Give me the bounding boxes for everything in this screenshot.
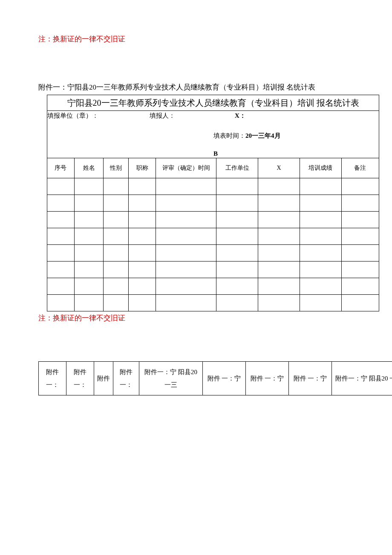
col-seq: 序号 bbox=[47, 158, 75, 178]
bottom-cell-8: 附件 一：宁 bbox=[289, 362, 332, 395]
col-remark: 备注 bbox=[341, 158, 379, 178]
bottom-cell-2: 附件一： bbox=[66, 362, 94, 395]
bottom-clipped-table: 附件一： 附件一： 附件 附件一： 附件一：宁 阳县20 一三 附件 一：宁 附… bbox=[38, 361, 392, 395]
filler-label: 填报人： bbox=[150, 112, 235, 120]
table-row bbox=[47, 295, 379, 311]
table-row bbox=[47, 195, 379, 212]
attachment-title: 附件一：宁阳县20一三年教师系列专业技术人员继续教育（专业科目）培训报 名统计表 bbox=[38, 82, 354, 92]
bottom-cell-1: 附件一： bbox=[39, 362, 66, 395]
filling-time-label: 填表时间： bbox=[213, 132, 245, 139]
header-row: 序号 姓名 性别 职称 评审（确定）时间 工作单位 X 培训成绩 备注 bbox=[47, 158, 379, 178]
note-bottom: 注：换新证的一律不交旧证 bbox=[38, 313, 354, 323]
col-name: 姓名 bbox=[74, 158, 104, 178]
bottom-cell-6: 附件 一：宁 bbox=[203, 362, 246, 395]
col-gender: 性别 bbox=[104, 158, 129, 178]
table-title-cell: 宁阳县20一三年教师系列专业技术人员继续教育（专业科目）培训 报名统计表 bbox=[47, 95, 379, 111]
col-review-time: 评审（确定）时间 bbox=[156, 158, 216, 178]
bottom-cell-3: 附件 bbox=[94, 362, 113, 395]
info-line-2: 填表时间：20一三年4月 bbox=[47, 132, 379, 140]
col-x: X bbox=[258, 158, 300, 178]
bottom-row: 附件一： 附件一： 附件 附件一： 附件一：宁 阳县20 一三 附件 一：宁 附… bbox=[39, 362, 392, 395]
table-row bbox=[47, 245, 379, 262]
bottom-cell-5: 附件一：宁 阳县20 一三 bbox=[139, 362, 203, 395]
info-cell: 填报单位（章）： 填报人： X： 填表时间：20一三年4月 B bbox=[47, 111, 379, 158]
note-top: 注：换新证的一律不交旧证 bbox=[38, 34, 354, 44]
info-line-1: 填报单位（章）： 填报人： X： bbox=[47, 112, 379, 120]
bottom-cell-7: 附件 一：宁 bbox=[246, 362, 289, 395]
table-row bbox=[47, 212, 379, 228]
table-row bbox=[47, 278, 379, 295]
table-row bbox=[47, 228, 379, 245]
table-row bbox=[47, 262, 379, 278]
info-line-3: B bbox=[47, 150, 379, 157]
bottom-cell-9: 附件一：宁 阳县20 一 bbox=[332, 362, 392, 395]
bottom-cell-4: 附件一： bbox=[113, 362, 139, 395]
filling-time-value: 20一三年4月 bbox=[245, 132, 281, 139]
x-label: X： bbox=[235, 112, 246, 120]
col-title: 职称 bbox=[129, 158, 156, 178]
col-score: 培训成绩 bbox=[300, 158, 341, 178]
main-form-table: 宁阳县20一三年教师系列专业技术人员继续教育（专业科目）培训 报名统计表 填报单… bbox=[47, 95, 379, 311]
col-unit: 工作单位 bbox=[216, 158, 258, 178]
table-row bbox=[47, 178, 379, 195]
unit-label: 填报单位（章）： bbox=[47, 112, 150, 120]
